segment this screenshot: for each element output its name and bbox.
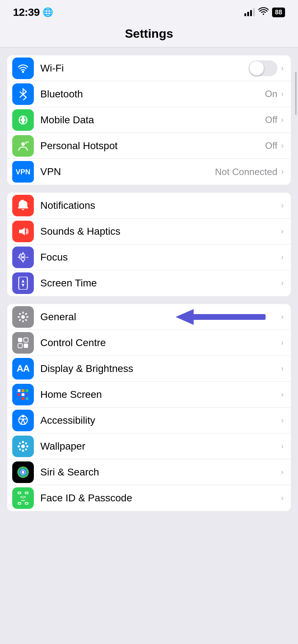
svg-rect-13: [18, 316, 20, 318]
focus-row[interactable]: Focus ›: [7, 244, 291, 270]
signal-bar-2: [247, 12, 249, 16]
svg-rect-12: [22, 320, 24, 322]
wallpaper-row[interactable]: Wallpaper ›: [7, 433, 291, 459]
wifi-toggle[interactable]: [249, 60, 277, 76]
wallpaper-icon: [12, 436, 34, 457]
control-centre-chevron: ›: [281, 338, 284, 348]
sounds-icon: [12, 221, 34, 242]
signal-bars: [244, 8, 255, 16]
wifi-label: Wi-Fi: [40, 63, 249, 74]
home-screen-label: Home Screen: [40, 389, 281, 400]
wifi-chevron: ›: [281, 64, 284, 73]
svg-point-35: [21, 445, 25, 448]
bluetooth-label: Bluetooth: [40, 88, 265, 100]
svg-rect-20: [24, 338, 28, 342]
svg-point-38: [18, 445, 20, 447]
svg-point-36: [22, 441, 24, 443]
bluetooth-row[interactable]: Bluetooth On ›: [7, 81, 291, 107]
bluetooth-value: On: [265, 88, 277, 100]
mobile-data-chevron: ›: [281, 115, 284, 125]
display-brightness-row[interactable]: AA Display & Brightness ›: [7, 356, 291, 382]
accessibility-icon: [12, 410, 34, 431]
svg-rect-30: [22, 397, 24, 400]
notifications-chevron: ›: [281, 201, 284, 210]
display-icon-text: AA: [17, 363, 30, 374]
svg-point-42: [19, 448, 21, 450]
svg-point-39: [26, 445, 28, 447]
sounds-chevron: ›: [281, 227, 284, 236]
wallpaper-label: Wallpaper: [40, 441, 281, 452]
svg-rect-23: [18, 389, 21, 392]
mobile-data-value: Off: [265, 114, 277, 125]
svg-point-0: [22, 71, 24, 73]
screen-time-label: Screen Time: [40, 277, 281, 289]
vpn-label: VPN: [40, 166, 215, 178]
mobile-data-row[interactable]: Mobile Data Off ›: [7, 107, 291, 133]
personal-hotspot-row[interactable]: Personal Hotspot Off ›: [7, 133, 291, 159]
status-bar: 12:39 🌐 88: [0, 0, 298, 22]
screen-time-row[interactable]: Screen Time ›: [7, 270, 291, 296]
display-brightness-chevron: ›: [281, 364, 284, 373]
svg-point-40: [19, 442, 21, 444]
mobile-data-icon: [12, 109, 34, 131]
focus-label: Focus: [40, 252, 281, 263]
accessibility-row[interactable]: Accessibility ›: [7, 408, 291, 433]
vpn-row[interactable]: VPN VPN Not Connected ›: [7, 159, 291, 185]
svg-point-10: [21, 315, 25, 319]
face-id-icon: [12, 487, 34, 509]
face-id-row[interactable]: Face ID & Passcode ›: [7, 485, 291, 511]
focus-chevron: ›: [281, 253, 284, 262]
notifications-row[interactable]: Notifications ›: [7, 193, 291, 218]
svg-rect-26: [18, 393, 21, 396]
page-title: Settings: [125, 27, 173, 40]
svg-rect-16: [19, 318, 21, 321]
wifi-row[interactable]: Wi-Fi ›: [7, 55, 291, 81]
svg-point-41: [25, 442, 27, 444]
general-row[interactable]: General ›: [7, 304, 291, 330]
system-section: General › Control Centre ›: [7, 304, 291, 511]
status-time: 12:39: [13, 6, 40, 18]
signal-bar-3: [250, 10, 252, 16]
hotspot-icon: [12, 135, 34, 157]
svg-point-5: [21, 142, 25, 146]
svg-point-6: [25, 142, 27, 144]
vpn-icon: VPN: [12, 161, 34, 183]
control-centre-label: Control Centre: [40, 337, 281, 349]
signal-bar-4: [253, 8, 255, 16]
alerts-section: Notifications › Sounds & Haptics ›: [7, 193, 291, 296]
face-id-label: Face ID & Passcode: [40, 492, 281, 504]
svg-rect-15: [25, 312, 27, 315]
hotspot-chevron: ›: [281, 141, 284, 151]
connectivity-section: Wi-Fi › Bluetooth On ›: [7, 55, 291, 185]
settings-container: Wi-Fi › Bluetooth On ›: [0, 55, 298, 525]
sounds-row[interactable]: Sounds & Haptics ›: [7, 218, 291, 244]
sounds-label: Sounds & Haptics: [40, 226, 281, 237]
bluetooth-icon: [12, 83, 34, 105]
home-screen-chevron: ›: [281, 390, 284, 399]
svg-rect-45: [18, 492, 21, 494]
status-icons: 88: [244, 7, 285, 17]
wifi-toggle-knob: [249, 61, 264, 75]
vpn-value: Not Connected: [215, 166, 277, 178]
home-screen-row[interactable]: Home Screen ›: [7, 382, 291, 408]
siri-search-row[interactable]: Siri & Search ›: [7, 459, 291, 485]
siri-icon: [12, 461, 34, 483]
nav-bar: Settings: [0, 22, 298, 47]
svg-point-8: [22, 256, 24, 258]
mobile-data-label: Mobile Data: [40, 114, 265, 126]
battery-indicator: 88: [272, 8, 285, 17]
svg-rect-48: [25, 502, 28, 504]
svg-rect-19: [18, 338, 22, 342]
hotspot-label: Personal Hotspot: [40, 140, 265, 152]
signal-bar-1: [244, 13, 246, 16]
screen-time-icon: [12, 272, 34, 294]
wifi-icon: [12, 58, 34, 79]
svg-rect-11: [22, 312, 24, 314]
svg-point-37: [22, 450, 24, 452]
scrollbar[interactable]: [295, 72, 297, 115]
svg-marker-7: [19, 227, 25, 235]
display-brightness-label: Display & Brightness: [40, 363, 281, 374]
bluetooth-chevron: ›: [281, 89, 284, 99]
control-centre-row[interactable]: Control Centre ›: [7, 330, 291, 356]
vpn-icon-text: VPN: [15, 168, 30, 176]
